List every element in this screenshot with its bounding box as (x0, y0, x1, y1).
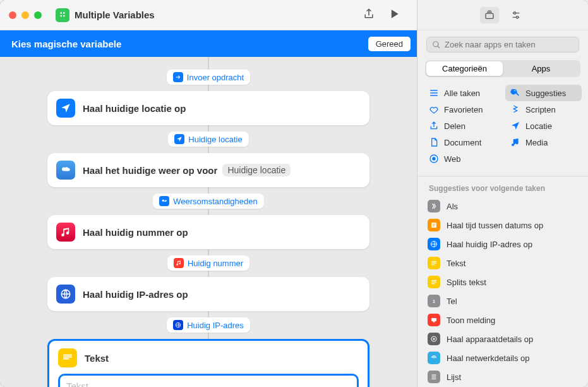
search-icon (432, 40, 441, 49)
svg-point-15 (433, 357, 435, 359)
suggestion-icon: 1 (428, 295, 440, 307)
variable-location[interactable]: Huidige locatie (168, 132, 248, 147)
done-button[interactable]: Gereed (368, 37, 411, 51)
action-get-song[interactable]: Haal huidig nummer op (47, 215, 369, 249)
suggestion-icon (428, 257, 440, 269)
category-document[interactable]: Document (424, 134, 500, 150)
suggestion-lijst[interactable]: Lijst (417, 367, 588, 386)
suggestion-haal-tijd-tussen-datums-op[interactable]: Haal tijd tussen datums op (417, 216, 588, 235)
input-icon (173, 72, 183, 82)
suggestion-tel[interactable]: 1Tel (417, 292, 588, 310)
svg-point-1 (162, 200, 164, 202)
globe-icon (56, 285, 75, 304)
action-get-weather[interactable]: Haal het huidige weer op voor Huidige lo… (47, 153, 369, 187)
action-title: Haal huidig IP-adres op (83, 289, 188, 300)
category-web[interactable]: Web (424, 150, 500, 167)
run-button[interactable] (388, 8, 400, 23)
svg-point-8 (432, 157, 435, 160)
library-button[interactable] (480, 7, 499, 23)
segment-categories[interactable]: Categorieën (426, 61, 503, 76)
suggestion-icon (428, 238, 440, 250)
suggestion-haal-huidig-ip-adres-op[interactable]: Haal huidig IP-adres op (417, 235, 588, 254)
window-controls (9, 11, 42, 19)
category-favorieten[interactable]: Favorieten (424, 101, 500, 118)
svg-point-5 (513, 12, 515, 14)
variable-label: Huidige locatie (188, 135, 242, 144)
suggestion-haal-apparaatdetails-op[interactable]: Haal apparaatdetails op (417, 329, 588, 348)
text-icon (58, 348, 77, 367)
action-title: Haal huidig nummer op (83, 227, 188, 238)
segment-apps[interactable]: Apps (503, 61, 579, 76)
music-var-icon (174, 258, 184, 268)
suggestion-haal-netwerkdetails-op[interactable]: Haal netwerkdetails op (417, 348, 588, 367)
window-title: Multiple Variables (75, 9, 155, 20)
text-field[interactable]: Tekst (58, 374, 359, 387)
close-icon[interactable] (9, 11, 16, 19)
suggestion-icon (428, 219, 440, 231)
variable-picker-bar: Kies magische variabele Gereed (0, 30, 417, 57)
variable-label: Huidig nummer (188, 259, 243, 268)
action-text[interactable]: Tekst Tekst (47, 339, 369, 387)
suggestion-icon (428, 333, 440, 345)
variable-ip[interactable]: Huidig IP-adres (167, 317, 250, 333)
action-get-ip[interactable]: Haal huidig IP-adres op (47, 277, 369, 311)
input-variable-pill[interactable]: Invoer opdracht (167, 70, 250, 85)
shortcut-icon (56, 8, 69, 22)
svg-rect-4 (486, 13, 493, 18)
action-title: Tekst (85, 353, 109, 364)
suggestion-tekst[interactable]: Tekst (417, 254, 588, 273)
suggestion-icon (428, 276, 440, 288)
suggestion-icon (428, 352, 440, 364)
suggestion-icon (428, 314, 440, 326)
svg-point-14 (433, 338, 435, 340)
suggestion-splits-tekst[interactable]: Splits tekst (417, 273, 588, 292)
category-delen[interactable]: Delen (424, 118, 500, 134)
sidebar-toolbar (417, 0, 588, 30)
weather-icon (56, 161, 75, 180)
location-icon (56, 99, 75, 118)
suggestion-als[interactable]: Als (417, 197, 588, 216)
settings-button[interactable] (507, 7, 525, 23)
svg-text:1: 1 (433, 299, 435, 304)
zoom-icon[interactable] (34, 11, 42, 19)
music-icon (56, 223, 75, 242)
suggestions-header: Suggesties voor volgende taken (417, 179, 588, 197)
divider (417, 176, 588, 176)
category-media[interactable]: Media (505, 134, 582, 150)
category-alle-taken[interactable]: Alle taken (424, 85, 500, 101)
action-title: Haal huidige locatie op (83, 103, 186, 114)
variable-picker-label: Kies magische variabele (11, 39, 121, 49)
suggestion-icon (428, 200, 440, 212)
globe-var-icon (173, 320, 183, 330)
search-field[interactable] (426, 37, 579, 52)
category-suggesties[interactable]: Suggesties (505, 85, 582, 101)
location-arrow-icon (174, 134, 184, 144)
weather-var-icon (159, 196, 169, 206)
action-get-location[interactable]: Haal huidige locatie op (47, 91, 369, 125)
variable-weather[interactable]: Weersomstandigheden (153, 194, 263, 209)
category-scripten[interactable]: Scripten (505, 101, 582, 118)
suggestion-icon (428, 371, 440, 383)
titlebar: Multiple Variables (0, 0, 417, 30)
action-title: Haal het huidige weer op voor Huidige lo… (83, 164, 291, 176)
category-locatie[interactable]: Locatie (505, 118, 582, 134)
variable-song[interactable]: Huidig nummer (167, 255, 249, 271)
variable-label: Huidig IP-adres (187, 321, 244, 330)
svg-point-6 (516, 16, 518, 18)
suggestion-toon-melding[interactable]: Toon melding (417, 310, 588, 329)
minimize-icon[interactable] (21, 11, 29, 19)
search-input[interactable] (445, 40, 573, 49)
svg-rect-12 (431, 318, 436, 321)
share-button[interactable] (363, 8, 375, 23)
location-token[interactable]: Huidige locatie (222, 164, 291, 176)
variable-label: Weersomstandigheden (173, 197, 257, 206)
input-variable-label: Invoer opdracht (187, 73, 244, 82)
segment-control[interactable]: Categorieën Apps (425, 60, 580, 77)
